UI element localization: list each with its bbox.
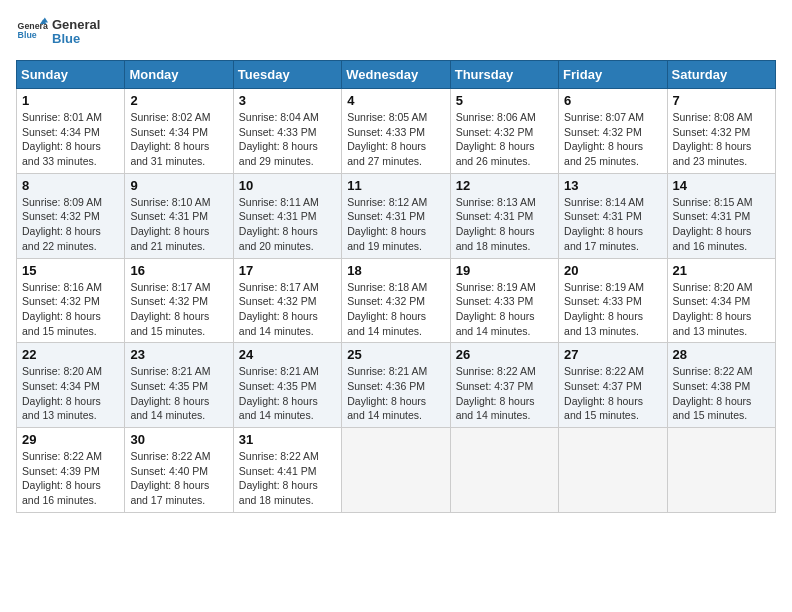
calendar-cell: 15Sunrise: 8:16 AMSunset: 4:32 PMDayligh… bbox=[17, 258, 125, 343]
col-header-sunday: Sunday bbox=[17, 61, 125, 89]
day-info: Sunrise: 8:19 AMSunset: 4:33 PMDaylight:… bbox=[456, 280, 553, 339]
day-number: 19 bbox=[456, 263, 553, 278]
calendar-cell: 29Sunrise: 8:22 AMSunset: 4:39 PMDayligh… bbox=[17, 428, 125, 513]
day-info: Sunrise: 8:17 AMSunset: 4:32 PMDaylight:… bbox=[130, 280, 227, 339]
svg-text:Blue: Blue bbox=[18, 30, 37, 40]
calendar-cell: 14Sunrise: 8:15 AMSunset: 4:31 PMDayligh… bbox=[667, 173, 775, 258]
col-header-tuesday: Tuesday bbox=[233, 61, 341, 89]
calendar-cell: 22Sunrise: 8:20 AMSunset: 4:34 PMDayligh… bbox=[17, 343, 125, 428]
day-number: 10 bbox=[239, 178, 336, 193]
day-info: Sunrise: 8:16 AMSunset: 4:32 PMDaylight:… bbox=[22, 280, 119, 339]
day-number: 6 bbox=[564, 93, 661, 108]
calendar-cell: 27Sunrise: 8:22 AMSunset: 4:37 PMDayligh… bbox=[559, 343, 667, 428]
day-info: Sunrise: 8:22 AMSunset: 4:37 PMDaylight:… bbox=[564, 364, 661, 423]
calendar-cell: 21Sunrise: 8:20 AMSunset: 4:34 PMDayligh… bbox=[667, 258, 775, 343]
day-info: Sunrise: 8:22 AMSunset: 4:41 PMDaylight:… bbox=[239, 449, 336, 508]
col-header-saturday: Saturday bbox=[667, 61, 775, 89]
day-number: 8 bbox=[22, 178, 119, 193]
day-info: Sunrise: 8:21 AMSunset: 4:35 PMDaylight:… bbox=[130, 364, 227, 423]
day-number: 15 bbox=[22, 263, 119, 278]
calendar-cell bbox=[559, 428, 667, 513]
day-number: 5 bbox=[456, 93, 553, 108]
day-info: Sunrise: 8:04 AMSunset: 4:33 PMDaylight:… bbox=[239, 110, 336, 169]
calendar-cell: 28Sunrise: 8:22 AMSunset: 4:38 PMDayligh… bbox=[667, 343, 775, 428]
calendar-cell: 25Sunrise: 8:21 AMSunset: 4:36 PMDayligh… bbox=[342, 343, 450, 428]
calendar-cell bbox=[667, 428, 775, 513]
day-number: 16 bbox=[130, 263, 227, 278]
calendar-cell: 19Sunrise: 8:19 AMSunset: 4:33 PMDayligh… bbox=[450, 258, 558, 343]
day-info: Sunrise: 8:19 AMSunset: 4:33 PMDaylight:… bbox=[564, 280, 661, 339]
calendar-week-row: 8Sunrise: 8:09 AMSunset: 4:32 PMDaylight… bbox=[17, 173, 776, 258]
calendar-cell bbox=[450, 428, 558, 513]
day-info: Sunrise: 8:08 AMSunset: 4:32 PMDaylight:… bbox=[673, 110, 770, 169]
calendar-table: SundayMondayTuesdayWednesdayThursdayFrid… bbox=[16, 60, 776, 513]
logo: General Blue General Blue bbox=[16, 16, 100, 48]
day-info: Sunrise: 8:05 AMSunset: 4:33 PMDaylight:… bbox=[347, 110, 444, 169]
day-number: 7 bbox=[673, 93, 770, 108]
day-number: 27 bbox=[564, 347, 661, 362]
day-info: Sunrise: 8:21 AMSunset: 4:36 PMDaylight:… bbox=[347, 364, 444, 423]
calendar-cell: 8Sunrise: 8:09 AMSunset: 4:32 PMDaylight… bbox=[17, 173, 125, 258]
col-header-thursday: Thursday bbox=[450, 61, 558, 89]
calendar-cell: 12Sunrise: 8:13 AMSunset: 4:31 PMDayligh… bbox=[450, 173, 558, 258]
day-number: 28 bbox=[673, 347, 770, 362]
day-number: 14 bbox=[673, 178, 770, 193]
day-info: Sunrise: 8:20 AMSunset: 4:34 PMDaylight:… bbox=[22, 364, 119, 423]
calendar-cell: 31Sunrise: 8:22 AMSunset: 4:41 PMDayligh… bbox=[233, 428, 341, 513]
day-number: 29 bbox=[22, 432, 119, 447]
calendar-week-row: 22Sunrise: 8:20 AMSunset: 4:34 PMDayligh… bbox=[17, 343, 776, 428]
calendar-cell: 2Sunrise: 8:02 AMSunset: 4:34 PMDaylight… bbox=[125, 89, 233, 174]
day-info: Sunrise: 8:02 AMSunset: 4:34 PMDaylight:… bbox=[130, 110, 227, 169]
calendar-cell bbox=[342, 428, 450, 513]
day-info: Sunrise: 8:21 AMSunset: 4:35 PMDaylight:… bbox=[239, 364, 336, 423]
calendar-cell: 18Sunrise: 8:18 AMSunset: 4:32 PMDayligh… bbox=[342, 258, 450, 343]
day-number: 24 bbox=[239, 347, 336, 362]
calendar-cell: 17Sunrise: 8:17 AMSunset: 4:32 PMDayligh… bbox=[233, 258, 341, 343]
col-header-wednesday: Wednesday bbox=[342, 61, 450, 89]
calendar-cell: 23Sunrise: 8:21 AMSunset: 4:35 PMDayligh… bbox=[125, 343, 233, 428]
calendar-header-row: SundayMondayTuesdayWednesdayThursdayFrid… bbox=[17, 61, 776, 89]
logo-blue: Blue bbox=[52, 31, 80, 46]
day-number: 17 bbox=[239, 263, 336, 278]
calendar-cell: 10Sunrise: 8:11 AMSunset: 4:31 PMDayligh… bbox=[233, 173, 341, 258]
day-info: Sunrise: 8:09 AMSunset: 4:32 PMDaylight:… bbox=[22, 195, 119, 254]
day-info: Sunrise: 8:22 AMSunset: 4:37 PMDaylight:… bbox=[456, 364, 553, 423]
calendar-cell: 30Sunrise: 8:22 AMSunset: 4:40 PMDayligh… bbox=[125, 428, 233, 513]
day-info: Sunrise: 8:01 AMSunset: 4:34 PMDaylight:… bbox=[22, 110, 119, 169]
day-number: 9 bbox=[130, 178, 227, 193]
day-info: Sunrise: 8:10 AMSunset: 4:31 PMDaylight:… bbox=[130, 195, 227, 254]
calendar-cell: 9Sunrise: 8:10 AMSunset: 4:31 PMDaylight… bbox=[125, 173, 233, 258]
day-info: Sunrise: 8:06 AMSunset: 4:32 PMDaylight:… bbox=[456, 110, 553, 169]
day-number: 13 bbox=[564, 178, 661, 193]
calendar-cell: 7Sunrise: 8:08 AMSunset: 4:32 PMDaylight… bbox=[667, 89, 775, 174]
day-info: Sunrise: 8:13 AMSunset: 4:31 PMDaylight:… bbox=[456, 195, 553, 254]
day-number: 20 bbox=[564, 263, 661, 278]
day-number: 30 bbox=[130, 432, 227, 447]
page-header: General Blue General Blue bbox=[16, 16, 776, 48]
day-info: Sunrise: 8:14 AMSunset: 4:31 PMDaylight:… bbox=[564, 195, 661, 254]
calendar-cell: 26Sunrise: 8:22 AMSunset: 4:37 PMDayligh… bbox=[450, 343, 558, 428]
day-number: 3 bbox=[239, 93, 336, 108]
day-info: Sunrise: 8:22 AMSunset: 4:40 PMDaylight:… bbox=[130, 449, 227, 508]
calendar-cell: 4Sunrise: 8:05 AMSunset: 4:33 PMDaylight… bbox=[342, 89, 450, 174]
day-info: Sunrise: 8:15 AMSunset: 4:31 PMDaylight:… bbox=[673, 195, 770, 254]
calendar-cell: 11Sunrise: 8:12 AMSunset: 4:31 PMDayligh… bbox=[342, 173, 450, 258]
day-number: 21 bbox=[673, 263, 770, 278]
calendar-cell: 3Sunrise: 8:04 AMSunset: 4:33 PMDaylight… bbox=[233, 89, 341, 174]
day-number: 1 bbox=[22, 93, 119, 108]
day-info: Sunrise: 8:18 AMSunset: 4:32 PMDaylight:… bbox=[347, 280, 444, 339]
day-number: 31 bbox=[239, 432, 336, 447]
day-info: Sunrise: 8:22 AMSunset: 4:39 PMDaylight:… bbox=[22, 449, 119, 508]
day-info: Sunrise: 8:11 AMSunset: 4:31 PMDaylight:… bbox=[239, 195, 336, 254]
calendar-cell: 24Sunrise: 8:21 AMSunset: 4:35 PMDayligh… bbox=[233, 343, 341, 428]
day-number: 26 bbox=[456, 347, 553, 362]
col-header-friday: Friday bbox=[559, 61, 667, 89]
day-number: 18 bbox=[347, 263, 444, 278]
calendar-cell: 5Sunrise: 8:06 AMSunset: 4:32 PMDaylight… bbox=[450, 89, 558, 174]
calendar-week-row: 1Sunrise: 8:01 AMSunset: 4:34 PMDaylight… bbox=[17, 89, 776, 174]
calendar-week-row: 29Sunrise: 8:22 AMSunset: 4:39 PMDayligh… bbox=[17, 428, 776, 513]
day-info: Sunrise: 8:17 AMSunset: 4:32 PMDaylight:… bbox=[239, 280, 336, 339]
day-number: 12 bbox=[456, 178, 553, 193]
day-number: 11 bbox=[347, 178, 444, 193]
day-number: 25 bbox=[347, 347, 444, 362]
